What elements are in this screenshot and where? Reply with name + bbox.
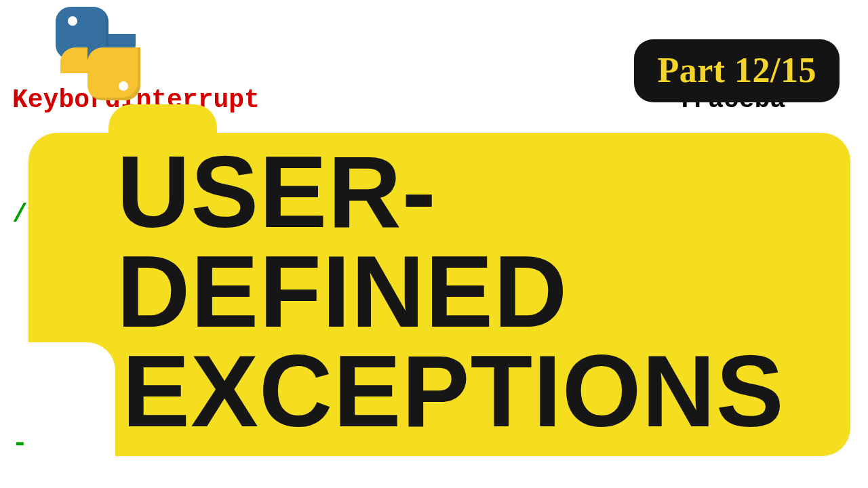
title-line-1: USER-DEFINED	[117, 142, 831, 342]
python-logo-icon	[56, 7, 157, 108]
part-badge-label: Part 12/15	[657, 51, 816, 89]
title-banner: USER-DEFINED EXCEPTIONS	[28, 133, 850, 456]
part-badge: Part 12/15	[634, 39, 840, 102]
title-line-2: EXCEPTIONS	[122, 342, 831, 441]
